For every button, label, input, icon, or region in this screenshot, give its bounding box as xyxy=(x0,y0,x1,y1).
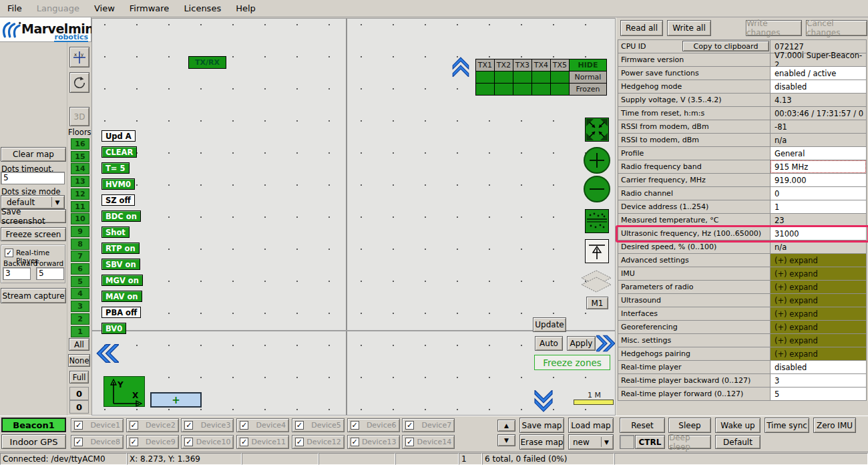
tx-hide-button[interactable]: HIDE xyxy=(569,59,607,71)
floor-button-12[interactable]: 12 xyxy=(71,188,89,200)
floor-button-8[interactable]: 8 xyxy=(71,239,89,250)
chevron-down-icon[interactable]: ▼ xyxy=(51,197,63,207)
dots-view-button[interactable] xyxy=(585,209,609,233)
chevron-down-icon[interactable]: ▼ xyxy=(601,437,612,447)
floors-none-button[interactable]: None xyxy=(68,354,90,367)
device-toggle-device2[interactable]: ✓Device2 xyxy=(126,418,179,432)
tx-row-label-frozen[interactable]: Frozen xyxy=(569,83,607,96)
device-checkbox[interactable]: ✓ xyxy=(184,438,193,446)
param-value[interactable]: 1 xyxy=(770,200,867,214)
pan-down-icon[interactable] xyxy=(533,390,554,412)
param-value[interactable]: (+) expand xyxy=(770,267,867,281)
floor-button-16[interactable]: 16 xyxy=(71,138,89,150)
save-map-button[interactable]: Save map xyxy=(519,418,564,433)
map-button-shot[interactable]: Shot xyxy=(101,226,130,238)
device-checkbox[interactable]: ✓ xyxy=(295,438,304,446)
device-toggle-device5[interactable]: ✓Device5 xyxy=(292,418,345,432)
device-checkbox[interactable]: ✓ xyxy=(351,421,359,430)
floors-all-button[interactable]: All xyxy=(69,338,89,351)
erase-map-button[interactable]: Erase map xyxy=(519,434,564,450)
tx-cell[interactable] xyxy=(494,83,513,96)
map-button-sbv-on[interactable]: SBV on xyxy=(101,259,140,270)
menu-item-view[interactable]: View xyxy=(87,1,122,16)
deep-sleep-button[interactable]: Deep sleep xyxy=(668,435,711,449)
device-toggle-device9[interactable]: ✓Device9 xyxy=(126,435,179,449)
load-map-button[interactable]: Load map xyxy=(568,418,614,433)
device-checkbox[interactable]: ✓ xyxy=(405,438,414,446)
tx-column-tx5[interactable]: TX5 xyxy=(550,59,570,71)
param-value[interactable]: disabled xyxy=(770,80,867,94)
param-value[interactable]: disabled xyxy=(770,360,867,374)
param-value[interactable]: General xyxy=(770,146,867,160)
param-value[interactable]: 919.000 xyxy=(770,173,867,187)
device-toggle-device12[interactable]: ✓Device12 xyxy=(292,435,345,449)
param-value[interactable]: (+) expand xyxy=(770,280,867,294)
apply-button[interactable]: Apply xyxy=(567,336,596,351)
floor-button-4[interactable]: 4 xyxy=(71,288,89,299)
tx-cell[interactable] xyxy=(513,83,532,96)
map-canvas[interactable]: Upd ACLEART= 5HVM0SZ offBDC onShotRTP on… xyxy=(91,18,616,416)
add-button[interactable]: + xyxy=(150,392,202,408)
zoom-in-button[interactable] xyxy=(584,147,610,174)
tx-column-tx3[interactable]: TX3 xyxy=(513,59,532,71)
pan-up-icon[interactable] xyxy=(452,57,469,77)
param-value[interactable]: (+) expand xyxy=(770,307,867,321)
device-checkbox[interactable]: ✓ xyxy=(130,421,138,430)
map-button-mgv-on[interactable]: MGV on xyxy=(101,275,143,286)
map-button-pba-off[interactable]: PBA off xyxy=(101,307,141,318)
ctrl-checkbox[interactable] xyxy=(620,435,634,449)
rotate-tool-button[interactable] xyxy=(69,72,89,93)
device-scroll-up-button[interactable]: ▲ xyxy=(497,420,515,432)
pan-right-icon[interactable] xyxy=(596,333,615,353)
device-toggle-device13[interactable]: ✓Device13 xyxy=(347,435,400,449)
zero-imu-button[interactable]: Zero IMU xyxy=(813,418,856,433)
device-checkbox[interactable]: ✓ xyxy=(295,421,304,430)
device-checkbox[interactable]: ✓ xyxy=(74,438,83,446)
floor-button-1[interactable]: 1 xyxy=(71,326,89,337)
write-changes-button[interactable]: Write changes xyxy=(746,20,802,36)
clear-map-button[interactable]: Clear map xyxy=(1,147,66,162)
device-toggle-device4[interactable]: ✓Device4 xyxy=(236,418,289,432)
tx-cell[interactable] xyxy=(513,71,532,84)
device-toggle-device7[interactable]: ✓Device7 xyxy=(402,418,455,432)
floor-button-5[interactable]: 5 xyxy=(71,276,89,287)
reset-button[interactable]: Reset xyxy=(620,418,665,433)
floor-spin-value[interactable]: 0 xyxy=(69,400,89,414)
param-value[interactable]: enabled / active xyxy=(770,66,867,80)
move-to-top-button[interactable] xyxy=(585,239,609,263)
param-value[interactable]: (+) expand xyxy=(770,333,867,347)
device-toggle-device6[interactable]: ✓Device6 xyxy=(347,418,400,432)
floor-button-14[interactable]: 14 xyxy=(71,163,89,174)
auto-button[interactable]: Auto xyxy=(535,336,563,351)
param-value[interactable]: 5 xyxy=(770,387,867,401)
stream-capture-button[interactable]: Stream capture xyxy=(1,288,66,303)
tx-column-tx4[interactable]: TX4 xyxy=(531,59,551,71)
map-button-rtp-on[interactable]: RTP on xyxy=(101,243,140,254)
device-toggle-device1[interactable]: ✓Device1 xyxy=(71,418,124,432)
txrx-button[interactable]: TX/RX xyxy=(188,56,226,69)
param-value[interactable]: 31000 xyxy=(770,226,867,241)
dots-timeout-input[interactable]: 5 xyxy=(1,172,65,184)
freeze-screen-button[interactable]: Freeze screen xyxy=(1,227,66,241)
tx-column-tx2[interactable]: TX2 xyxy=(494,59,513,71)
axes-tool-button[interactable]: xy xyxy=(69,47,89,67)
menu-item-file[interactable]: File xyxy=(0,1,29,16)
cancel-changes-button[interactable]: Cancel changes xyxy=(806,20,867,36)
device-toggle-device11[interactable]: ✓Device11 xyxy=(236,435,289,449)
device-toggle-device3[interactable]: ✓Device3 xyxy=(181,418,234,432)
floor-button-13[interactable]: 13 xyxy=(71,176,89,187)
default-button[interactable]: Default xyxy=(715,435,761,449)
floor-button-6[interactable]: 6 xyxy=(71,263,89,275)
param-value[interactable]: 3 xyxy=(770,373,867,388)
floor-button-7[interactable]: 7 xyxy=(71,251,89,262)
floor-button-9[interactable]: 9 xyxy=(71,226,89,237)
floor-spin-value[interactable]: 0 xyxy=(69,387,89,400)
floors-full-button[interactable]: Full xyxy=(69,371,89,383)
tx-cell[interactable] xyxy=(475,71,495,84)
device-checkbox[interactable]: ✓ xyxy=(351,438,359,446)
floor-button-2[interactable]: 2 xyxy=(71,313,89,325)
read-all-button[interactable]: Read all xyxy=(620,20,663,36)
wake-up-button[interactable]: Wake up xyxy=(715,418,761,433)
param-value[interactable]: (+) expand xyxy=(770,347,867,361)
device-scroll-down-button[interactable]: ▼ xyxy=(497,434,515,446)
